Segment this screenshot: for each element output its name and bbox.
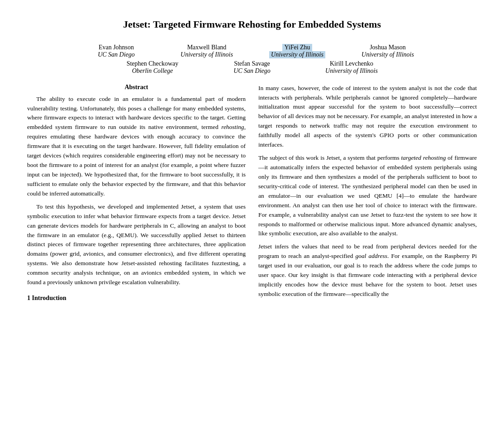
right-column: In many cases, however, the code of inte… [258, 84, 477, 303]
abstract-heading: Abstract [27, 84, 246, 91]
author-name: Joshua Mason [370, 44, 406, 51]
authors-row1: Evan Johnson UC San Diego Maxwell Bland … [27, 44, 477, 58]
author-maxwell-bland: Maxwell Bland University of Illinois [175, 44, 238, 58]
author-affiliation: UC San Diego [233, 67, 271, 75]
author-evan-johnson: Evan Johnson UC San Diego [85, 44, 148, 58]
paper-container: Jetset: Targeted Firmware Rehosting for … [27, 18, 477, 303]
author-kirill-levchenko: Kirill Levchenko University of Illinois [320, 60, 383, 75]
right-paragraph-1: In many cases, however, the code of inte… [258, 84, 477, 150]
left-column: Abstract The ability to execute code in … [27, 84, 246, 303]
author-affiliation: University of Illinois [325, 67, 378, 75]
author-affiliation: University of Illinois [181, 51, 233, 58]
author-name: Evan Johnson [99, 44, 134, 51]
author-affiliation: University of Illinois [361, 51, 414, 58]
abstract-paragraph-1: The ability to execute code in an emulat… [27, 95, 246, 199]
author-name: Maxwell Bland [187, 44, 227, 51]
authors-row2: Stephen Checkoway Oberlin College Stefan… [27, 60, 477, 75]
author-name-highlighted: YiFei Zhu [282, 44, 312, 51]
author-stephen-checkoway: Stephen Checkoway Oberlin College [121, 60, 184, 75]
right-paragraph-3: Jetset infers the values that need to be… [258, 242, 477, 299]
author-name: Stephen Checkoway [127, 60, 179, 67]
author-affiliation: UC San Diego [98, 51, 135, 58]
author-name: Stefan Savage [234, 60, 270, 67]
author-joshua-mason: Joshua Mason University of Illinois [356, 44, 419, 58]
intro-heading: 1 Introduction [27, 295, 246, 302]
author-affiliation: Oberlin College [132, 67, 173, 75]
author-affiliation-highlighted: University of Illinois [269, 51, 325, 58]
paper-title: Jetset: Targeted Firmware Rehosting for … [27, 18, 477, 31]
author-name: Kirill Levchenko [330, 60, 373, 67]
right-paragraph-2: The subject of this work is Jetset, a sy… [258, 153, 477, 238]
author-stefan-savage: Stefan Savage UC San Diego [220, 60, 284, 75]
abstract-section: Abstract The ability to execute code in … [27, 84, 246, 287]
abstract-paragraph-2: To test this hypothesis, we developed an… [27, 202, 246, 287]
content-columns: Abstract The ability to execute code in … [27, 84, 477, 303]
author-yifei-zhu: YiFei Zhu University of Illinois [266, 44, 329, 58]
authors-section: Evan Johnson UC San Diego Maxwell Bland … [27, 44, 477, 75]
